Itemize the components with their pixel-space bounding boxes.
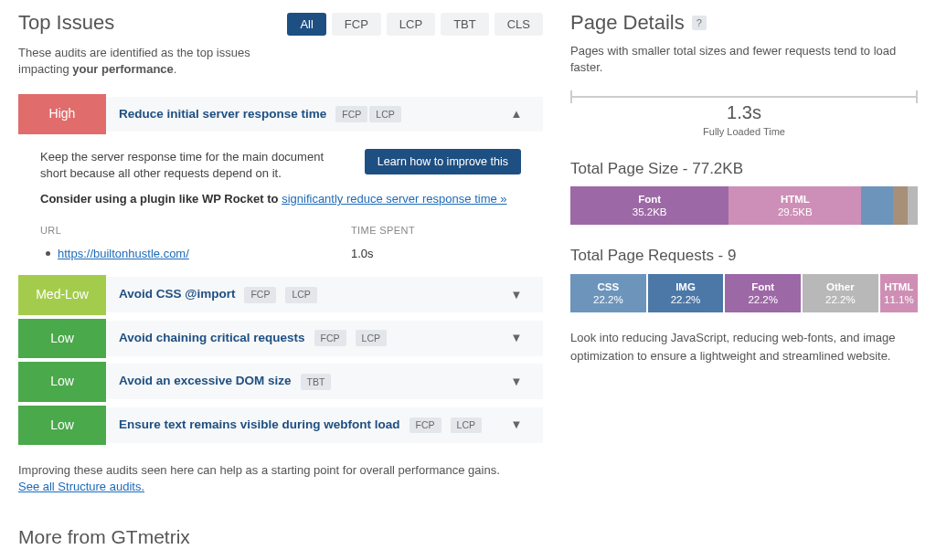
size-segment: Font35.2KB (570, 186, 729, 225)
help-icon[interactable]: ? (692, 16, 707, 30)
requests-segment: Font22.2% (725, 274, 801, 312)
size-segment (908, 186, 918, 225)
severity-badge: Med-Low (18, 275, 106, 315)
issue-row[interactable]: LowEnsure text remains visible during we… (18, 406, 543, 447)
subtext-b: your performance (72, 62, 174, 76)
chevron-down-icon[interactable]: ▼ (503, 417, 530, 433)
metric-pill-lcp: LCP (285, 287, 316, 303)
metric-pill-fcp: FCP (410, 417, 441, 434)
issue-description: Keep the server response time for the ma… (40, 149, 346, 182)
subtext-c: . (174, 62, 177, 76)
issue-advice: Consider using a plugin like WP Rocket t… (40, 191, 521, 207)
metric-pill-fcp: FCP (244, 287, 276, 303)
time-spent-value: 1.0s (351, 246, 374, 262)
page-details-subtext: Pages with smaller total sizes and fewer… (570, 43, 918, 76)
bottom-note-text: Improving these audits seen here can hel… (18, 463, 500, 477)
advice-link[interactable]: significantly reduce server response tim… (282, 192, 506, 206)
chevron-down-icon[interactable]: ▼ (503, 330, 530, 346)
url-table: URL TIME SPENT https://builtonhustle.com… (40, 224, 521, 262)
page-details-advice: Look into reducing JavaScript, reducing … (570, 329, 918, 365)
size-segment (893, 186, 908, 225)
issue-row[interactable]: LowAvoid an excessive DOM sizeTBT▼ (18, 362, 543, 403)
more-from-title: More from GTmetrix (18, 523, 543, 550)
size-segment (861, 186, 892, 225)
issue-expanded-panel: Keep the server response time for the ma… (18, 138, 543, 275)
page-details-title: Page Details (570, 9, 685, 37)
page-requests-header: Total Page Requests - 9 (570, 245, 918, 267)
severity-badge-high: High (18, 94, 106, 134)
url-link[interactable]: https://builtonhustle.com/ (58, 246, 189, 262)
severity-badge: Low (18, 406, 106, 446)
advice-lead: Consider using a plugin like WP Rocket t… (40, 192, 282, 206)
issue-title: Reduce initial server response time (119, 106, 326, 123)
issue-row-expanded[interactable]: High Reduce initial server response time… (18, 94, 543, 135)
severity-badge: Low (18, 319, 106, 359)
fully-loaded-slider (570, 96, 918, 98)
issue-row[interactable]: Med-LowAvoid CSS @importFCPLCP▼ (18, 275, 543, 316)
metric-pill-tbt: TBT (301, 374, 332, 390)
fully-loaded-label: Fully Loaded Time (570, 125, 918, 139)
col-time: TIME SPENT (351, 224, 415, 238)
bullet-icon (46, 251, 50, 256)
issue-row[interactable]: LowAvoid chaining critical requestsFCPLC… (18, 319, 543, 360)
metric-pill-fcp: FCP (314, 330, 346, 346)
requests-segment: CSS22.2% (570, 274, 646, 312)
see-all-link[interactable]: See all Structure audits. (18, 480, 144, 493)
page-size-header: Total Page Size - 77.2KB (570, 158, 918, 180)
page-size-bar: Font35.2KBHTML29.5KB (570, 186, 918, 225)
chevron-down-icon[interactable]: ▼ (503, 374, 530, 390)
page-requests-bar: CSS22.2%IMG22.2%Font22.2%Other22.2%HTML1… (570, 274, 918, 312)
requests-segment: HTML11.1% (880, 274, 918, 312)
top-issues-subtext: These audits are identified as the top i… (18, 45, 287, 78)
top-issues-title: Top Issues (18, 9, 287, 37)
issue-title: Avoid an excessive DOM size (119, 373, 292, 390)
chevron-up-icon[interactable]: ▲ (503, 106, 530, 122)
filter-tab-lcp[interactable]: LCP (387, 13, 435, 36)
metric-pill-lcp: LCP (369, 106, 400, 122)
fully-loaded-value: 1.3s (570, 100, 918, 125)
issue-title: Ensure text remains visible during webfo… (119, 417, 400, 434)
filter-tabs: AllFCPLCPTBTCLS (287, 13, 543, 36)
issue-title: Avoid chaining critical requests (119, 330, 305, 347)
filter-tab-fcp[interactable]: FCP (332, 13, 381, 36)
metric-pill-lcp: LCP (451, 417, 482, 434)
chevron-down-icon[interactable]: ▼ (503, 287, 530, 303)
bottom-note: Improving these audits seen here can hel… (18, 462, 543, 495)
col-url: URL (40, 224, 351, 238)
requests-segment: IMG22.2% (648, 274, 724, 312)
filter-tab-all[interactable]: All (287, 13, 325, 36)
severity-badge: Low (18, 362, 106, 402)
metric-pill-lcp: LCP (356, 330, 387, 346)
filter-tab-tbt[interactable]: TBT (441, 13, 489, 36)
learn-how-button[interactable]: Learn how to improve this (365, 149, 521, 174)
filter-tab-cls[interactable]: CLS (495, 13, 543, 36)
size-segment: HTML29.5KB (729, 186, 861, 225)
issue-title: Avoid CSS @import (119, 286, 235, 303)
requests-segment: Other22.2% (803, 274, 878, 312)
metric-pill-fcp: FCP (335, 106, 367, 122)
